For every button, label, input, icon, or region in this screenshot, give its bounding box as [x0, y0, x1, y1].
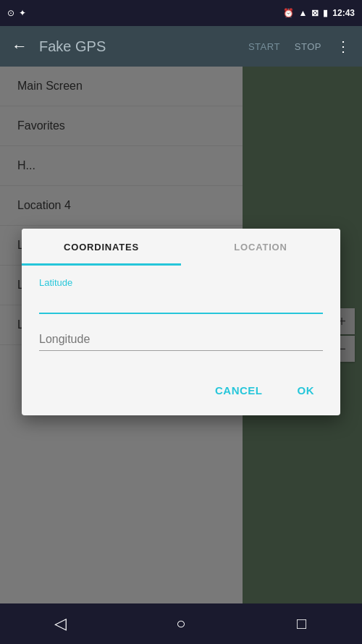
start-button[interactable]: START [248, 41, 280, 52]
alarm-icon: ⏰ [283, 8, 294, 18]
network-icon: ⊠ [311, 8, 319, 18]
more-options-button[interactable]: ⋮ [336, 38, 350, 55]
status-icons-left: ⊙ ✦ [7, 8, 26, 18]
coordinates-dialog: COORDINATES LOCATION Latitude CANCEL OK [22, 229, 340, 415]
ok-button[interactable]: OK [283, 377, 329, 404]
latitude-input[interactable] [39, 291, 323, 314]
bottom-nav: ◁ ○ □ [0, 603, 362, 644]
recent-nav-button[interactable]: □ [287, 609, 316, 638]
tab-location[interactable]: LOCATION [181, 229, 340, 266]
stop-button[interactable]: STOP [295, 41, 321, 52]
status-bar: ⊙ ✦ ⏰ ▲ ⊠ ▮ 12:43 [0, 0, 362, 26]
longitude-input[interactable] [39, 329, 323, 351]
signal-icon: ▲ [298, 8, 307, 18]
back-button[interactable]: ← [12, 37, 28, 56]
battery-icon: ▮ [323, 8, 328, 18]
time-display: 12:43 [332, 8, 355, 18]
latitude-label: Latitude [39, 277, 323, 288]
dialog-tabs: COORDINATES LOCATION [22, 229, 340, 266]
app-bar-actions: START STOP ⋮ [248, 38, 350, 55]
dialog-body: Latitude [22, 266, 340, 371]
wifi-icon: ⊙ [7, 8, 14, 18]
cancel-button[interactable]: CANCEL [201, 377, 277, 404]
back-nav-button[interactable]: ◁ [46, 609, 75, 638]
longitude-input-group [39, 329, 323, 351]
bluetooth-icon: ✦ [19, 8, 26, 18]
latitude-input-group: Latitude [39, 277, 323, 314]
tab-coordinates[interactable]: COORDINATES [22, 229, 181, 266]
home-nav-button[interactable]: ○ [167, 609, 195, 638]
dialog-actions: CANCEL OK [22, 371, 340, 415]
status-icons-right: ⏰ ▲ ⊠ ▮ 12:43 [283, 8, 355, 18]
app-bar: ← Fake GPS START STOP ⋮ [0, 26, 362, 67]
app-title: Fake GPS [39, 38, 237, 55]
